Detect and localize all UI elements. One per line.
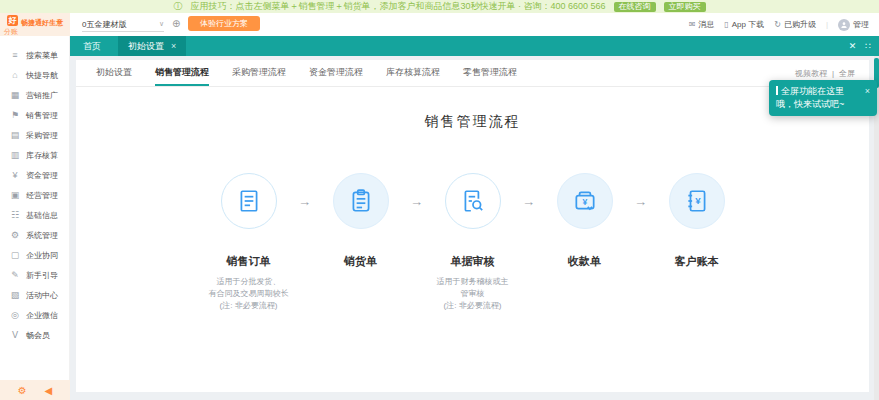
tab-home[interactable]: 首页 xyxy=(83,40,101,53)
arrow-right-icon: → xyxy=(291,194,319,209)
sidebar-item-wecom[interactable]: ◎企业微信 xyxy=(0,305,69,325)
industry-trial-button[interactable]: 体验行业方案 xyxy=(188,16,260,31)
subtab-sales-flow[interactable]: 销售管理流程 xyxy=(155,60,209,86)
video-tutorial-link[interactable]: 视频教程 xyxy=(795,68,827,79)
document-search-icon xyxy=(460,188,486,214)
sidebar-item-quick-nav[interactable]: ⌂快捷导航 xyxy=(0,65,69,85)
buy-now-button[interactable]: 立即购买 xyxy=(664,2,706,12)
app-window: ⓘ 应用技巧：点击左侧菜单＋销售管理＋销货单，添加客户和商品信息30秒快速开单 … xyxy=(0,0,879,400)
sales-order-circle xyxy=(221,173,277,229)
account-label: 管理 xyxy=(853,19,869,30)
org-select-value: 0五金建材版 xyxy=(82,19,126,30)
subtab-initial-setup[interactable]: 初始设置 xyxy=(96,60,132,86)
sidebar-item-basic-info[interactable]: ☷基础信息 xyxy=(0,205,69,225)
customer-ledger-circle: ¥ xyxy=(669,173,725,229)
toast-close-icon[interactable]: × xyxy=(865,85,870,98)
sidebar-item-inventory[interactable]: ▥库存核算 xyxy=(0,145,69,165)
step-label: 销货单 xyxy=(344,254,377,269)
upgrade-button[interactable]: ↻ 已购升级 xyxy=(774,19,816,30)
flow-step-receipt[interactable]: ¥ 收款单 xyxy=(543,173,627,276)
tabbar-window-icons: ✕ ∷ xyxy=(849,41,871,51)
upgrade-label: 已购升级 xyxy=(784,19,816,30)
clipboard-icon xyxy=(348,188,374,214)
sidebar-item-activity-center[interactable]: ▧活动中心 xyxy=(0,285,69,305)
flow-subtabs: 初始设置 销售管理流程 采购管理流程 资金管理流程 库存核算流程 零售管理流程 … xyxy=(76,60,869,87)
sidebar-item-marketing[interactable]: ▦营销推广 xyxy=(0,85,69,105)
sidebar-item-collaboration[interactable]: ▢企业协同 xyxy=(0,245,69,265)
subtab-inventory-flow[interactable]: 库存核算流程 xyxy=(386,60,440,86)
person-icon xyxy=(840,21,848,29)
close-all-icon[interactable]: ✕ xyxy=(849,41,857,51)
sidebar-item-beginner-guide[interactable]: ✎新手引导 xyxy=(0,265,69,285)
globe-icon[interactable]: ⊕ xyxy=(172,18,180,29)
building-icon: ▢ xyxy=(10,250,20,260)
toast-accent-bar xyxy=(776,86,778,95)
arrow-right-icon: → xyxy=(627,194,655,209)
subtab-purchase-flow[interactable]: 采购管理流程 xyxy=(232,60,286,86)
main-content: 初始设置 销售管理流程 采购管理流程 资金管理流程 库存核算流程 零售管理流程 … xyxy=(70,56,879,400)
org-select-dropdown[interactable]: 0五金建材版 ∨ xyxy=(82,17,164,32)
tab-grid-icon[interactable]: ∷ xyxy=(865,41,871,51)
brand-title: 畅捷通好生意 xyxy=(21,18,63,28)
sidebar-item-search-menu[interactable]: ≡搜索菜单 xyxy=(0,45,69,65)
sales-flow-diagram: 销售订单 适用于分批发货、 有合同及交易周期较长 (注: 非必要流程) → 销货… xyxy=(76,173,869,312)
flow-step-sales-order[interactable]: 销售订单 适用于分批发货、 有合同及交易周期较长 (注: 非必要流程) xyxy=(207,173,291,312)
toast-text: 全屏功能在这里哦，快来试试吧~ xyxy=(776,86,844,109)
receipt-circle: ¥ xyxy=(557,173,613,229)
gear-icon: ⚙ xyxy=(10,230,20,240)
flow-step-customer-ledger[interactable]: ¥ 客户账本 xyxy=(655,173,739,276)
account-menu[interactable]: 管理 xyxy=(838,19,869,31)
app-download-button[interactable]: ▯ App 下载 xyxy=(724,19,764,30)
info-icon: ⓘ xyxy=(173,0,182,13)
tab-initial-setup-label: 初始设置 xyxy=(128,40,164,53)
sidebar-item-system[interactable]: ⚙系统管理 xyxy=(0,225,69,245)
subtab-funds-flow[interactable]: 资金管理流程 xyxy=(309,60,363,86)
collapse-sidebar-icon[interactable]: ◀ xyxy=(45,385,53,396)
vip-icon: Ⅴ xyxy=(10,330,20,340)
receipt-icon xyxy=(236,188,262,214)
sidebar-item-funds[interactable]: ¥资金管理 xyxy=(0,165,69,185)
sidebar-item-operations[interactable]: ▣经营管理 xyxy=(0,185,69,205)
list-icon: ☷ xyxy=(10,210,20,220)
refresh-icon: ↻ xyxy=(774,20,781,29)
brand-logo-icon: 好 xyxy=(7,15,18,26)
svg-text:¥: ¥ xyxy=(582,197,587,207)
settings-gear-icon[interactable]: ⚙ xyxy=(18,385,27,396)
gift-icon: ▧ xyxy=(10,290,20,300)
sidebar-item-sales[interactable]: ⚑销售管理 xyxy=(0,105,69,125)
page-title: 销售管理流程 xyxy=(76,113,869,131)
tab-initial-setup[interactable]: 初始设置 × xyxy=(118,36,186,56)
sidebar-item-member[interactable]: Ⅴ畅会员 xyxy=(0,325,69,345)
sidebar-item-purchase[interactable]: ▤采购管理 xyxy=(0,125,69,145)
home-icon: ⌂ xyxy=(10,70,20,80)
fullscreen-link[interactable]: 全屏 xyxy=(839,68,855,79)
phone-icon: ▯ xyxy=(724,20,728,29)
messages-label: 消息 xyxy=(698,19,714,30)
online-consult-button[interactable]: 在线咨询 xyxy=(614,2,656,12)
notice-bar: ⓘ 应用技巧：点击左侧菜单＋销售管理＋销货单，添加客户和商品信息30秒快速开单 … xyxy=(0,0,879,13)
tab-close-icon[interactable]: × xyxy=(171,41,176,51)
bag-icon: ▤ xyxy=(10,130,20,140)
sidebar-footer: ⚙ ◀ xyxy=(0,380,70,400)
svg-text:¥: ¥ xyxy=(695,195,701,206)
chat-bubble-icon: ◎ xyxy=(10,310,20,320)
arrow-right-icon: → xyxy=(515,194,543,209)
messages-button[interactable]: ✉ 消息 xyxy=(689,19,715,30)
step-label: 客户账本 xyxy=(675,254,719,269)
message-icon: ✉ xyxy=(689,20,696,29)
divider: | xyxy=(826,20,828,29)
pencil-icon: ✎ xyxy=(10,270,20,280)
app-download-label: App 下载 xyxy=(732,19,764,30)
step-label: 销售订单 xyxy=(227,254,271,269)
notice-text: 应用技巧：点击左侧菜单＋销售管理＋销货单，添加客户和商品信息30秒快速开单 · … xyxy=(190,0,605,13)
fullscreen-hint-toast: × 全屏功能在这里哦，快来试试吧~ xyxy=(769,80,877,116)
flow-step-doc-audit[interactable]: 单据审核 适用于财务稽核或主 管审核 (注: 非必要流程) xyxy=(431,173,515,312)
open-tabs-bar: 首页 初始设置 × ✕ ∷ xyxy=(70,36,879,56)
tag-icon: ⚑ xyxy=(10,110,20,120)
app-header: 好 畅捷通好生意 分账 0五金建材版 ∨ ⊕ 体验行业方案 ✉ 消息 ▯ App… xyxy=(0,13,879,36)
money-receive-icon: ¥ xyxy=(572,188,598,214)
divider: | xyxy=(832,69,834,78)
sales-invoice-circle xyxy=(333,173,389,229)
flow-step-sales-invoice[interactable]: 销货单 xyxy=(319,173,403,276)
subtab-retail-flow[interactable]: 零售管理流程 xyxy=(463,60,517,86)
